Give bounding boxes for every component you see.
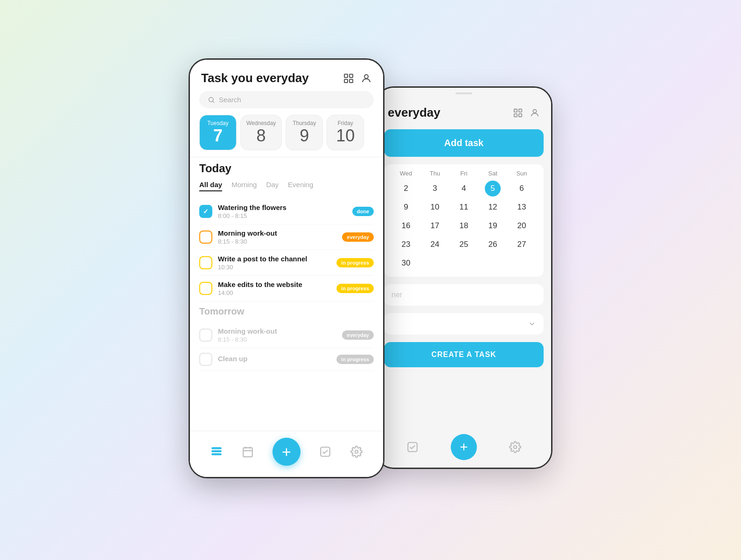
nav-settings-icon[interactable] (350, 445, 363, 458)
cal-day-25[interactable]: 25 (456, 237, 472, 252)
app-title: Task you everyday (201, 71, 309, 85)
task-info-post: Write a post to the channel 10:30 (218, 255, 331, 271)
cal-day-11[interactable]: 11 (456, 199, 472, 215)
cal-day-3[interactable]: 3 (427, 181, 443, 196)
cal-day-5[interactable]: 5 (485, 181, 501, 196)
svg-point-22 (355, 450, 358, 454)
cal-day-18[interactable]: 18 (456, 218, 472, 234)
add-task-button[interactable]: Add task (384, 129, 544, 157)
day-name-wednesday: Wednesday (246, 120, 276, 126)
fab-plus-icon: + (282, 444, 291, 460)
task-time-watering: 8:00 - 8:15 (218, 212, 347, 219)
cal-day-17[interactable]: 17 (427, 218, 443, 234)
cal-header-fri: Fri (449, 170, 478, 177)
cal-day-27[interactable]: 27 (514, 237, 530, 252)
cal-day-24[interactable]: 24 (427, 237, 443, 252)
cal-day-9[interactable]: 9 (398, 199, 414, 215)
tomorrow-checkbox-workout[interactable] (199, 329, 212, 342)
tab-all-day[interactable]: All day (199, 181, 222, 191)
calendar-grid: 2 3 4 5 6 9 10 11 12 13 16 17 18 19 20 2… (391, 181, 536, 271)
task-input-placeholder: ner (391, 291, 402, 299)
cal-day-20[interactable]: 20 (514, 218, 530, 234)
svg-rect-16 (212, 454, 222, 455)
date-card-tuesday[interactable]: Tuesday 7 (199, 115, 237, 150)
badge-everyday-gray: everyday (342, 330, 374, 340)
cal-day-2[interactable]: 2 (398, 181, 414, 196)
profile-icon[interactable] (361, 73, 372, 84)
back-title: everyday (388, 105, 440, 120)
task-time-post: 10:30 (218, 264, 331, 271)
cal-day-12[interactable]: 12 (485, 199, 501, 215)
cal-day-empty-4 (514, 255, 530, 271)
task-info-edits: Make edits to the website 14:00 (218, 280, 331, 296)
bottom-nav: + (190, 431, 383, 477)
search-icon (208, 96, 215, 104)
front-header: Task you everyday (190, 60, 383, 91)
checkmark-icon: ✓ (203, 208, 209, 215)
date-card-wednesday[interactable]: Wednesday 8 (240, 115, 282, 150)
search-placeholder: Search (219, 96, 241, 104)
task-name-input[interactable]: ner (384, 284, 544, 306)
badge-inprogress-2: in progress (336, 284, 374, 293)
tomorrow-info-workout: Morning work-out 8:15 - 8:30 (218, 327, 336, 343)
back-settings-icon[interactable] (509, 441, 521, 453)
divider (190, 157, 383, 157)
header-icons (343, 73, 372, 84)
edit-icon[interactable] (343, 73, 354, 84)
task-checkbox-workout[interactable] (199, 231, 212, 244)
search-bar[interactable]: Search (199, 91, 374, 108)
tomorrow-checkbox-cleanup[interactable] (199, 353, 212, 366)
cal-day-16[interactable]: 16 (398, 218, 414, 234)
date-card-friday[interactable]: Friday 10 (327, 115, 364, 150)
svg-rect-7 (344, 74, 348, 77)
back-edit-icon[interactable] (513, 108, 523, 118)
cal-day-empty-2 (456, 255, 472, 271)
task-info-watering: Watering the flowers 8:00 - 8:15 (218, 203, 347, 219)
svg-point-12 (209, 97, 213, 101)
task-checkbox-edits[interactable] (199, 282, 212, 295)
cal-day-19[interactable]: 19 (485, 218, 501, 234)
tab-day[interactable]: Day (266, 181, 279, 191)
svg-point-11 (364, 75, 368, 78)
phones-container: everyday Add task Wed Thu Fri Sat (189, 58, 552, 502)
tomorrow-heading: Tomorrow (199, 306, 374, 317)
cal-day-30[interactable]: 30 (398, 255, 414, 271)
day-num-thursday: 9 (292, 126, 317, 145)
svg-rect-3 (514, 113, 517, 116)
date-card-thursday[interactable]: Thursday 9 (286, 115, 323, 150)
mini-calendar: Wed Thu Fri Sat Sun 2 3 4 5 6 9 10 11 12… (384, 164, 544, 277)
badge-everyday: everyday (342, 232, 374, 242)
nav-list-icon[interactable] (210, 445, 223, 458)
cal-day-10[interactable]: 10 (427, 199, 443, 215)
phone-back: everyday Add task Wed Thu Fri Sat (375, 86, 552, 469)
cal-day-13[interactable]: 13 (514, 199, 530, 215)
cal-day-4[interactable]: 4 (456, 181, 472, 196)
task-checkbox-post[interactable] (199, 256, 212, 269)
back-header: everyday (377, 94, 551, 126)
cal-day-26[interactable]: 26 (485, 237, 501, 252)
task-name-workout: Morning work-out (218, 229, 336, 237)
svg-rect-8 (350, 74, 353, 77)
nav-calendar-icon[interactable] (241, 445, 254, 458)
task-item-watering: ✓ Watering the flowers 8:00 - 8:15 done (199, 199, 374, 224)
task-checkbox-watering[interactable]: ✓ (199, 205, 212, 218)
tomorrow-task-cleanup: Clean up in progress (199, 348, 374, 371)
task-name-edits: Make edits to the website (218, 280, 331, 288)
back-plus-icon: + (460, 440, 468, 454)
date-row: Tuesday 7 Wednesday 8 Thursday 9 Friday … (190, 115, 383, 157)
task-repeat-input[interactable] (384, 313, 544, 335)
fab-add-button[interactable]: + (273, 438, 301, 466)
cal-day-23[interactable]: 23 (398, 237, 414, 252)
svg-rect-15 (212, 451, 222, 452)
tab-morning[interactable]: Morning (231, 181, 257, 191)
nav-check-icon[interactable] (319, 445, 332, 458)
create-task-button[interactable]: CREATE A TASK (384, 342, 544, 367)
tab-evening[interactable]: Evening (288, 181, 313, 191)
back-fab-button[interactable]: + (451, 434, 477, 460)
task-name-watering: Watering the flowers (218, 203, 347, 211)
day-num-tuesday: 7 (205, 126, 231, 145)
cal-day-6[interactable]: 6 (514, 181, 530, 196)
back-profile-icon[interactable] (530, 108, 540, 118)
svg-rect-10 (344, 79, 348, 83)
back-check-icon[interactable] (406, 441, 419, 453)
